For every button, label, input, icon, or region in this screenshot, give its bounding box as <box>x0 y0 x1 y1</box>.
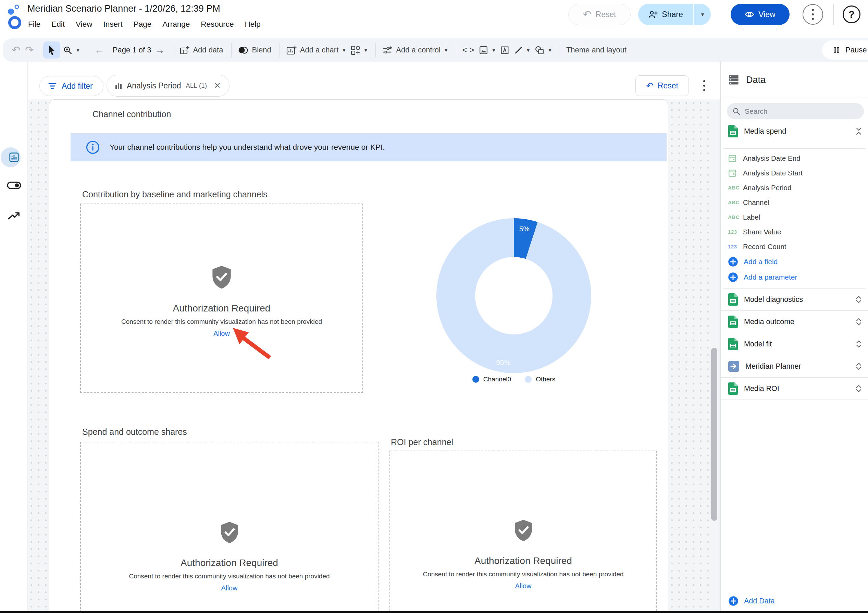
unfold-more-icon[interactable] <box>854 295 863 304</box>
view-button[interactable]: View <box>731 4 790 25</box>
red-arrow-annotation <box>226 324 274 360</box>
zoom-tool-button[interactable]: ▾ <box>63 46 79 55</box>
reset-filters-button[interactable]: ↶ Reset <box>636 75 689 96</box>
auth-title: Authorization Required <box>474 556 572 566</box>
page-indicator[interactable]: Page 1 of 3 <box>113 46 151 54</box>
source-name: Media ROI <box>744 385 854 393</box>
text-type-icon: ABC <box>728 214 739 220</box>
add-a-control-button[interactable]: Add a control ▾ <box>382 46 447 55</box>
field-label[interactable]: ABCLabel <box>721 210 868 224</box>
add-a-field-button[interactable]: Add a field <box>721 254 868 269</box>
unfold-more-icon[interactable] <box>854 340 863 348</box>
view-label: View <box>758 10 775 19</box>
search-input[interactable] <box>745 107 848 115</box>
add-a-parameter-button[interactable]: Add a parameter <box>721 269 868 285</box>
rail-trends-tab[interactable] <box>0 210 28 221</box>
header-actions: ↶ Reset Share ▾ View <box>568 3 860 25</box>
next-page-button[interactable]: → <box>155 45 165 55</box>
menu-item-page[interactable]: Page <box>128 18 157 31</box>
chevron-down-icon: ▾ <box>364 47 367 54</box>
margin-dots-left <box>28 99 49 613</box>
menu-bar: FileEditViewInsertPageArrangeResourceHel… <box>23 18 266 31</box>
add-data-button[interactable]: Add Data <box>744 597 775 605</box>
redo-button[interactable]: ↷ <box>25 45 34 55</box>
add-circle-icon <box>728 596 739 606</box>
data-source-meridian-planner[interactable]: Meridian Planner <box>721 355 868 378</box>
menu-item-file[interactable]: File <box>23 18 46 31</box>
undo-button[interactable]: ↶ <box>12 45 20 55</box>
canvas-scrollbar-thumb[interactable] <box>711 348 717 521</box>
previous-page-button[interactable]: ← <box>94 45 104 55</box>
field-channel[interactable]: ABCChannel <box>721 195 868 210</box>
share-menu-caret[interactable]: ▾ <box>693 4 711 25</box>
bar-chart-icon <box>115 82 122 89</box>
unfold-more-icon[interactable] <box>854 384 863 393</box>
allow-link[interactable]: Allow <box>515 582 532 590</box>
connector-icon <box>728 361 739 372</box>
menu-item-help[interactable]: Help <box>239 18 266 31</box>
rail-report-tab[interactable] <box>0 152 28 163</box>
field-share-value[interactable]: 123Share Value <box>721 224 868 239</box>
community-viz-placeholder-1[interactable]: Authorization Required Consent to render… <box>80 203 363 393</box>
search-box[interactable] <box>727 103 864 119</box>
donut-slice-others <box>436 218 591 373</box>
field-analysis-period[interactable]: ABCAnalysis Period <box>721 180 868 195</box>
filter-bar-more-options[interactable] <box>698 75 711 96</box>
add-filter-button[interactable]: Add filter <box>39 76 104 96</box>
eye-icon <box>745 10 754 19</box>
insert-shape-button[interactable]: ▾ <box>534 46 552 55</box>
reset-button-disabled[interactable]: ↶ Reset <box>568 4 631 25</box>
allow-link[interactable]: Allow <box>221 584 238 592</box>
menu-item-resource[interactable]: Resource <box>195 18 239 31</box>
blend-icon <box>238 46 248 54</box>
data-source-media-spend[interactable]: Media spend <box>721 123 868 139</box>
analysis-period-filter-chip[interactable]: Analysis Period ALL (1) ✕ <box>107 75 229 97</box>
embed-code-button[interactable]: < > <box>462 46 474 54</box>
blend-button[interactable]: Blend <box>238 46 271 54</box>
field-analysis-date-end[interactable]: Analysis Date End <box>721 151 868 166</box>
share-button[interactable]: Share <box>638 4 693 25</box>
community-visualizations-button[interactable]: ▾ <box>350 45 367 55</box>
field-analysis-date-start[interactable]: Analysis Date Start <box>721 166 868 180</box>
community-viz-placeholder-2[interactable]: Authorization Required Consent to render… <box>80 442 378 613</box>
close-icon[interactable]: ✕ <box>214 81 221 90</box>
select-tool-button[interactable] <box>43 42 60 59</box>
data-source-model-diagnostics[interactable]: Model diagnostics <box>721 289 868 311</box>
menu-item-arrange[interactable]: Arrange <box>157 18 195 31</box>
data-source-model-fit[interactable]: Model fit <box>721 333 868 355</box>
menu-item-insert[interactable]: Insert <box>98 18 128 31</box>
back-arrow-icon: ← <box>94 45 104 55</box>
pause-updates-button[interactable]: Pause u <box>822 40 868 60</box>
menu-item-view[interactable]: View <box>70 18 98 31</box>
unfold-more-icon[interactable] <box>854 362 863 371</box>
authorization-block: Authorization Required Consent to render… <box>81 521 378 592</box>
divider <box>231 43 232 57</box>
data-panel-footer: Add Data <box>721 589 868 613</box>
authorization-block: Authorization Required Consent to render… <box>390 519 656 590</box>
auth-message: Consent to render this community visuali… <box>423 571 623 578</box>
menu-item-edit[interactable]: Edit <box>46 18 70 31</box>
community-viz-placeholder-3[interactable]: Authorization Required Consent to render… <box>389 451 657 613</box>
insert-text-button[interactable] <box>500 46 509 55</box>
add-data-button[interactable]: Add data <box>180 45 223 55</box>
document-title[interactable]: Meridian Scenario Planner - 1/20/26, 12:… <box>27 3 220 14</box>
data-source-media-roi[interactable]: Media ROI <box>721 378 868 400</box>
add-a-chart-button[interactable]: Add a chart ▾ <box>286 45 346 55</box>
field-label: Record Count <box>743 243 786 251</box>
data-sources-list: Model diagnostics Media outcome Model fi… <box>721 289 868 400</box>
insert-image-button[interactable]: ▾ <box>479 46 495 55</box>
data-source-media-outcome[interactable]: Media outcome <box>721 311 868 333</box>
more-options-button[interactable] <box>803 4 823 25</box>
theme-and-layout-button[interactable]: Theme and layout <box>566 46 626 54</box>
data-icon <box>728 74 740 86</box>
unfold-less-icon[interactable] <box>854 127 863 136</box>
filter-bar: Add filter Analysis Period ALL (1) ✕ ↶ R… <box>28 62 720 99</box>
unfold-more-icon[interactable] <box>854 317 863 326</box>
rail-controls-tab[interactable] <box>0 181 28 190</box>
help-button[interactable]: ? <box>843 5 860 23</box>
insert-line-button[interactable]: ▾ <box>514 46 530 54</box>
shield-check-icon <box>514 519 533 542</box>
number-type-icon: 123 <box>728 229 737 235</box>
field-record-count[interactable]: 123Record Count <box>721 239 868 254</box>
add-circle-icon <box>728 257 738 267</box>
